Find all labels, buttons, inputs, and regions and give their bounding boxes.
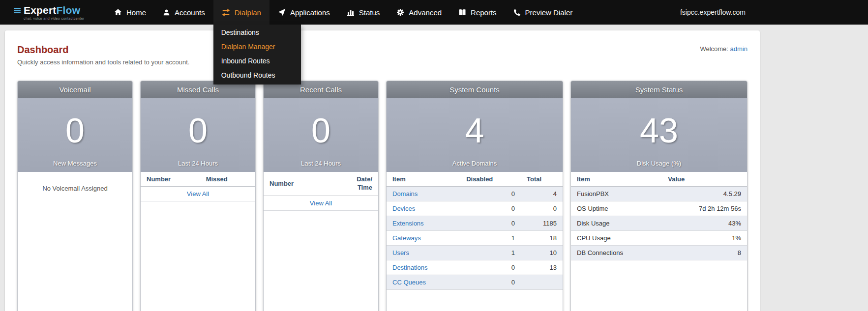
status-value: 43% — [662, 216, 747, 231]
nav-item-advanced[interactable]: Advanced — [388, 0, 450, 25]
voicemail-count: 0 — [65, 98, 85, 160]
item-link-gateways[interactable]: Gateways — [392, 234, 421, 242]
nav-item-preview-dialer[interactable]: Preview Dialer — [505, 0, 581, 25]
status-value: 1% — [662, 231, 747, 246]
missed-calls-count: 0 — [188, 98, 208, 160]
book-icon — [458, 8, 466, 16]
table-row: Disk Usage 43% — [571, 216, 747, 231]
gear-icon — [396, 8, 404, 16]
voicemail-card: Voicemail 0 New Messages No Voicemail As… — [17, 81, 133, 311]
total-count: 10 — [521, 246, 563, 260]
item-link-users[interactable]: Users — [392, 249, 409, 256]
column-header-total: Total — [521, 172, 563, 187]
recent-calls-count-label: Last 24 Hours — [301, 160, 341, 172]
table-row: FusionPBX 4.5.29 — [571, 187, 747, 201]
voicemail-count-block: 0 New Messages — [18, 98, 132, 172]
menu-item-destinations[interactable]: Destinations — [213, 26, 301, 40]
disabled-count: 0 — [460, 216, 521, 231]
menu-bars-icon — [14, 7, 21, 14]
voicemail-count-label: New Messages — [53, 160, 97, 172]
table-row: DB Connections 8 — [571, 246, 747, 260]
user-icon — [163, 9, 170, 16]
brand-name-primary: Expert — [24, 4, 57, 16]
table-row: Destinations 0 13 — [387, 260, 563, 275]
home-icon — [114, 8, 122, 16]
recent-calls-view-all-link[interactable]: View All — [310, 199, 332, 207]
system-counts-count: 4 — [465, 98, 484, 160]
disabled-count: 0 — [460, 187, 521, 201]
total-count: 4 — [521, 187, 563, 201]
menu-item-dialplan-manager[interactable]: Dialplan Manager — [213, 40, 301, 54]
system-counts-card-title: System Counts — [387, 81, 563, 98]
nav-item-status[interactable]: Status — [338, 0, 389, 25]
total-count — [521, 275, 563, 290]
brand-logo[interactable]: ExpertFlow chat, voice and video contact… — [14, 4, 95, 20]
nav-item-dialplan[interactable]: Dialplan Destinations Dialplan Manager I… — [213, 0, 269, 25]
brand-name-secondary: Flow — [57, 4, 81, 16]
menu-item-inbound-routes[interactable]: Inbound Routes — [213, 54, 301, 68]
item-link-cc-queues[interactable]: CC Queues — [392, 279, 426, 286]
nav-item-label: Status — [359, 8, 380, 17]
voicemail-empty-text: No Voicemail Assigned — [18, 172, 132, 192]
nav-item-accounts[interactable]: Accounts — [154, 0, 213, 25]
disabled-count: 1 — [460, 231, 521, 246]
nav-item-label: Home — [126, 8, 146, 17]
missed-calls-view-all-link[interactable]: View All — [187, 190, 209, 198]
column-header-datetime: Date/Time — [351, 172, 378, 196]
page-header: Dashboard Quickly access information and… — [5, 30, 760, 66]
paper-plane-icon — [278, 8, 286, 16]
bar-chart-icon — [347, 8, 355, 16]
brand-tagline: chat, voice and video contactcenter — [14, 17, 95, 20]
system-status-count-block: 43 Disk Usage (%) — [571, 98, 747, 172]
nav-item-home[interactable]: Home — [106, 0, 154, 25]
item-link-destinations[interactable]: Destinations — [392, 264, 428, 271]
item-link-extensions[interactable]: Extensions — [392, 220, 424, 227]
nav-item-label: Preview Dialer — [525, 8, 573, 17]
status-item: Disk Usage — [571, 216, 662, 231]
system-status-count-label: Disk Usage (%) — [637, 160, 681, 172]
disabled-count: 1 — [460, 246, 521, 260]
column-header-item: Item — [571, 172, 662, 187]
total-count: 18 — [521, 231, 563, 246]
recent-calls-count: 0 — [311, 98, 330, 160]
missed-calls-table: Number Missed View All — [141, 172, 255, 201]
total-count: 13 — [521, 260, 563, 275]
voicemail-card-title: Voicemail — [18, 81, 132, 98]
status-item: CPU Usage — [571, 231, 662, 246]
table-row: OS Uptime 7d 2h 12m 56s — [571, 201, 747, 216]
missed-calls-count-label: Last 24 Hours — [178, 160, 218, 172]
table-row: Extensions 0 1185 — [387, 216, 563, 231]
recent-calls-card: Recent Calls 0 Last 24 Hours Number Date… — [263, 81, 379, 311]
nav-item-applications[interactable]: Applications — [269, 0, 338, 25]
welcome-text: Welcome: admin — [700, 45, 748, 53]
dialplan-dropdown-menu: Destinations Dialplan Manager Inbound Ro… — [213, 25, 301, 85]
item-link-devices[interactable]: Devices — [392, 205, 415, 212]
nav-item-label: Accounts — [175, 8, 205, 17]
table-row: View All — [141, 187, 255, 201]
item-link-domains[interactable]: Domains — [392, 190, 418, 198]
nav-item-label: Applications — [290, 8, 330, 17]
status-value: 4.5.29 — [662, 187, 747, 201]
system-status-card: System Status 43 Disk Usage (%) Item Val… — [570, 81, 748, 311]
table-row: Users 1 10 — [387, 246, 563, 260]
menu-item-outbound-routes[interactable]: Outbound Routes — [213, 68, 301, 83]
column-header-item: Item — [387, 172, 460, 187]
status-item: OS Uptime — [571, 201, 662, 216]
total-count: 0 — [521, 201, 563, 216]
recent-calls-table: Number Date/Time View All — [264, 172, 378, 211]
table-row: CC Queues 0 — [387, 275, 563, 290]
system-counts-table: Item Disabled Total Domains 0 4 Devices … — [387, 172, 563, 290]
nav-item-label: Dialplan — [235, 8, 261, 17]
status-item: DB Connections — [571, 246, 662, 260]
dashboard-cards: Voicemail 0 New Messages No Voicemail As… — [5, 81, 760, 311]
system-counts-count-block: 4 Active Domains — [387, 98, 563, 172]
total-count: 1185 — [521, 216, 563, 231]
column-header-number: Number — [141, 172, 200, 187]
welcome-user-link[interactable]: admin — [730, 45, 748, 53]
table-row: Gateways 1 18 — [387, 231, 563, 246]
status-item: FusionPBX — [571, 187, 662, 201]
table-row: View All — [264, 196, 378, 210]
status-value: 7d 2h 12m 56s — [662, 201, 747, 216]
page-subtitle: Quickly access information and tools rel… — [17, 58, 748, 66]
nav-item-reports[interactable]: Reports — [450, 0, 505, 25]
